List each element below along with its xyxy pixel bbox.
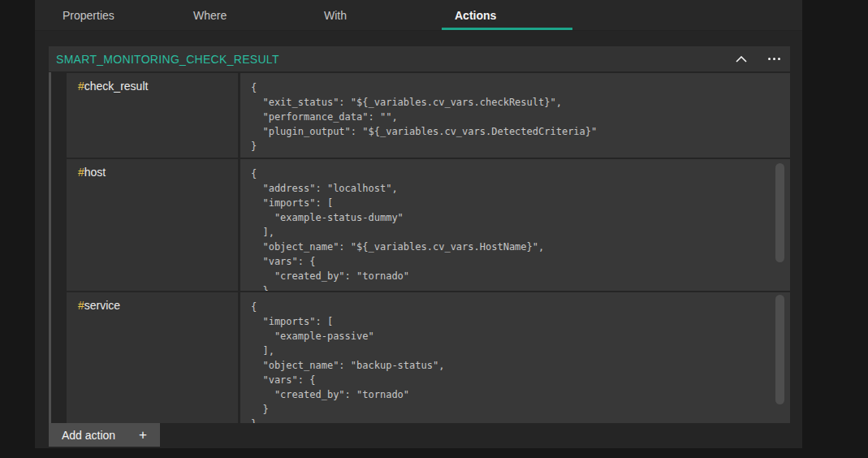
action-key-service: #service bbox=[67, 292, 238, 423]
action-key-label: host bbox=[84, 166, 106, 179]
tab-with[interactable]: With bbox=[311, 0, 442, 30]
action-card-header: SMART_MONITORING_CHECK_RESULT bbox=[49, 46, 790, 71]
rule-editor-panel: Properties Where With Actions SMART_MONI… bbox=[35, 0, 802, 448]
tab-where[interactable]: Where bbox=[180, 0, 311, 30]
action-payload-editor-check-result[interactable]: { "exit_status": "${_variables.cv_vars.c… bbox=[240, 73, 790, 158]
scrollbar-thumb[interactable] bbox=[775, 163, 784, 262]
action-key-host: #host bbox=[67, 159, 238, 291]
tab-properties[interactable]: Properties bbox=[50, 0, 180, 30]
action-key-label: check_result bbox=[84, 80, 149, 93]
tab-actions[interactable]: Actions bbox=[442, 0, 572, 30]
action-payload-editor-service[interactable]: { "imports": [ "example-passive" ], "obj… bbox=[240, 292, 790, 423]
chevron-up-icon bbox=[736, 53, 747, 65]
action-key-check-result: #check_result bbox=[67, 73, 238, 158]
scrollbar-thumb[interactable] bbox=[775, 295, 784, 404]
action-card-body: #check_result { "exit_status": "${_varia… bbox=[49, 71, 790, 423]
action-row-host: #host { "address": "localhost", "imports… bbox=[67, 159, 790, 291]
json-code: { "address": "localhost", "imports": [ "… bbox=[251, 166, 771, 291]
json-code: { "exit_status": "${_variables.cv_vars.c… bbox=[251, 80, 771, 153]
add-action-button[interactable]: Add action + bbox=[49, 423, 160, 447]
overflow-menu-button[interactable] bbox=[758, 46, 790, 71]
action-row-service: #service { "imports": [ "example-passive… bbox=[67, 292, 790, 423]
add-action-label: Add action bbox=[62, 429, 115, 442]
action-card-title: SMART_MONITORING_CHECK_RESULT bbox=[56, 53, 279, 66]
hash-prefix: # bbox=[78, 166, 84, 179]
plus-icon: + bbox=[139, 427, 147, 443]
hash-prefix: # bbox=[78, 80, 84, 93]
action-row-check-result: #check_result { "exit_status": "${_varia… bbox=[67, 73, 790, 158]
action-card-controls bbox=[725, 46, 790, 71]
hash-prefix: # bbox=[78, 299, 84, 312]
overflow-menu-icon bbox=[768, 58, 780, 60]
tab-bar: Properties Where With Actions bbox=[35, 0, 802, 31]
json-code: { "imports": [ "example-passive" ], "obj… bbox=[251, 300, 771, 423]
action-key-label: service bbox=[84, 299, 120, 312]
indent-guide bbox=[49, 72, 51, 423]
action-card: SMART_MONITORING_CHECK_RESULT #check_res… bbox=[49, 46, 790, 423]
action-payload-editor-host[interactable]: { "address": "localhost", "imports": [ "… bbox=[240, 159, 790, 291]
collapse-button[interactable] bbox=[725, 46, 758, 71]
